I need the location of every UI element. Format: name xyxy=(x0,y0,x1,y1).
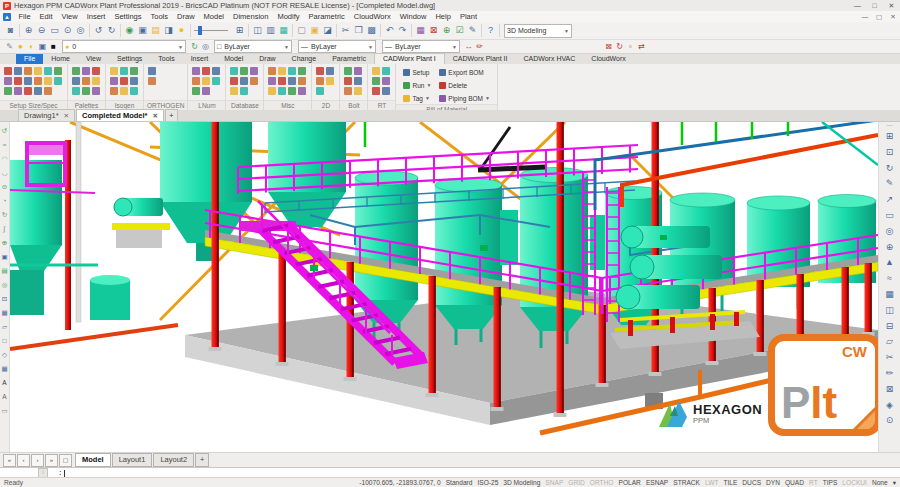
status-tile[interactable]: TILE xyxy=(723,479,737,487)
viewport-icon[interactable]: ◫ xyxy=(251,24,264,37)
grid-icon[interactable]: ⊞ xyxy=(233,24,246,37)
setup-size-spec-tool-icon[interactable] xyxy=(14,77,22,85)
copy-icon[interactable]: ⊡ xyxy=(886,145,894,161)
bolt-tool-icon[interactable] xyxy=(354,67,362,75)
isogen-tool-icon[interactable] xyxy=(130,77,138,85)
table-icon[interactable]: ▦ xyxy=(414,24,427,37)
menu-tools[interactable]: Tools xyxy=(146,12,173,21)
status-[interactable]: ▾ xyxy=(893,479,896,487)
setup-size-spec-tool-icon[interactable] xyxy=(44,77,52,85)
status-ortho[interactable]: ORTHO xyxy=(590,479,614,487)
zoom-out-icon[interactable]: ⊖ xyxy=(35,24,48,37)
trim-icon[interactable]: ✂ xyxy=(886,350,894,366)
close-tab-icon[interactable]: ✕ xyxy=(152,112,157,120)
brightness-slider[interactable] xyxy=(194,24,228,37)
setup-size-spec-tool-icon[interactable] xyxy=(24,77,32,85)
bom-setup-button[interactable]: Setup xyxy=(400,66,434,78)
database-tool-icon[interactable] xyxy=(240,67,248,75)
help-icon[interactable]: ? xyxy=(484,24,497,37)
draw-tool-icon-10[interactable]: ▤ xyxy=(1,264,7,278)
setup-size-spec-tool-icon[interactable] xyxy=(14,87,22,95)
lnum-tool-icon[interactable] xyxy=(202,87,210,95)
zoom-previous-icon[interactable]: ◎ xyxy=(74,24,87,37)
copy-icon[interactable]: ❒ xyxy=(352,24,365,37)
draw-tool-icon-16[interactable]: ◇ xyxy=(2,348,7,362)
color-combo[interactable]: □ ByLayer ▼ xyxy=(214,40,292,53)
menu-modify[interactable]: Modify xyxy=(273,12,304,21)
draw-tool-icon-4[interactable]: ⊙ xyxy=(2,180,7,194)
center-icon[interactable]: ⊙ xyxy=(886,413,894,429)
materials-icon[interactable]: ▤ xyxy=(149,24,162,37)
status-3d-modeling[interactable]: 3D Modeling xyxy=(503,479,540,487)
status-rt[interactable]: RT xyxy=(809,479,818,487)
paste-icon[interactable]: ▩ xyxy=(365,24,378,37)
draw-tool-icon-8[interactable]: ⊕ xyxy=(2,236,7,250)
draw-tool-icon-1[interactable]: ≈ xyxy=(3,138,7,152)
palettes-tool-icon[interactable] xyxy=(72,77,80,85)
ribbon-tab-file[interactable]: File xyxy=(16,54,43,64)
isogen-tool-icon[interactable] xyxy=(120,87,128,95)
draw-tool-icon-20[interactable]: ▭ xyxy=(1,404,7,418)
orthogen-tool-icon[interactable] xyxy=(148,67,156,75)
regen-icon[interactable]: ↻ xyxy=(614,41,625,52)
undo-icon[interactable]: ↶ xyxy=(383,24,396,37)
layer-combo[interactable]: ● 0 ▼ xyxy=(62,40,186,53)
mdi-minimize-button[interactable]: — xyxy=(858,13,872,21)
pan-icon[interactable]: ↻ xyxy=(105,24,118,37)
status-lockui[interactable]: LOCKUI xyxy=(842,479,867,487)
menu-view[interactable]: View xyxy=(57,12,82,21)
misc-tool-icon[interactable] xyxy=(298,67,306,75)
misc-tool-icon[interactable] xyxy=(278,87,286,95)
close-button[interactable]: ✕ xyxy=(883,2,900,10)
status-esnap[interactable]: ESNAP xyxy=(646,479,668,487)
new-document-tab-button[interactable]: + xyxy=(165,109,178,121)
gem-icon[interactable]: ◈ xyxy=(886,398,893,414)
menu-edit[interactable]: Edit xyxy=(35,12,57,21)
menu-cloudworx[interactable]: CloudWorx xyxy=(349,12,395,21)
misc-tool-icon[interactable] xyxy=(288,67,296,75)
bolt-tool-icon[interactable] xyxy=(344,77,352,85)
setup-size-spec-tool-icon[interactable] xyxy=(4,77,12,85)
mirror-icon[interactable]: ▲ xyxy=(885,255,894,271)
viewport-icon[interactable]: ◫ xyxy=(885,303,894,319)
draw-tool-icon-3[interactable]: ◡ xyxy=(2,166,8,180)
ribbon-tab-cadworx-hvac[interactable]: CADWorx HVAC xyxy=(515,54,583,64)
rt-tool-icon[interactable] xyxy=(382,87,390,95)
draw-order-icon[interactable]: ✎ xyxy=(4,41,15,52)
misc-tool-icon[interactable] xyxy=(278,67,286,75)
menu-file[interactable]: File xyxy=(14,12,35,21)
ribbon-tab-cloudworx[interactable]: CloudWorx xyxy=(583,54,634,64)
draw-tool-icon-13[interactable]: ▦ xyxy=(1,306,7,320)
properties-icon[interactable]: ✏ xyxy=(474,41,485,52)
light-icon[interactable]: ● xyxy=(175,24,188,37)
setup-size-spec-tool-icon[interactable] xyxy=(34,67,42,75)
misc-tool-icon[interactable] xyxy=(268,67,276,75)
draw-tool-icon-2[interactable]: ◠ xyxy=(2,152,8,166)
draw-tool-icon-17[interactable]: ▦ xyxy=(1,362,7,376)
rt-tool-icon[interactable] xyxy=(382,77,390,85)
2d-tool-icon[interactable] xyxy=(326,67,334,75)
ribbon-tab-draw[interactable]: Draw xyxy=(251,54,283,64)
draw-tool-icon-19[interactable]: A xyxy=(2,390,6,404)
toolbar-grip[interactable]: ┄┄ xyxy=(886,122,892,129)
setup-size-spec-tool-icon[interactable] xyxy=(54,77,62,85)
zoom-in-icon[interactable]: ⊕ xyxy=(22,24,35,37)
new-drawing-icon[interactable]: ▢ xyxy=(295,24,308,37)
misc-tool-icon[interactable] xyxy=(298,87,306,95)
erase-icon[interactable]: ⊠ xyxy=(427,24,440,37)
move-icon[interactable]: ⊞ xyxy=(886,129,894,145)
2d-tool-icon[interactable] xyxy=(316,67,324,75)
isogen-tool-icon[interactable] xyxy=(130,67,138,75)
ribbon-tab-cadworx-plant-i[interactable]: CADWorx Plant I xyxy=(374,53,445,64)
lnum-tool-icon[interactable] xyxy=(192,77,200,85)
2d-tool-icon[interactable] xyxy=(316,77,324,85)
palettes-tool-icon[interactable] xyxy=(72,87,80,95)
menu-plant[interactable]: Plant xyxy=(455,12,481,21)
swap-icon[interactable]: ⇄ xyxy=(636,41,647,52)
mdi-close-button[interactable]: ✕ xyxy=(886,13,900,21)
isogen-tool-icon[interactable] xyxy=(110,67,118,75)
status-snap[interactable]: SNAP xyxy=(545,479,563,487)
status-lwt[interactable]: LWT xyxy=(705,479,718,487)
ribbon-tab-change[interactable]: Change xyxy=(284,54,325,64)
sheet-set-icon[interactable]: ▦ xyxy=(277,24,290,37)
